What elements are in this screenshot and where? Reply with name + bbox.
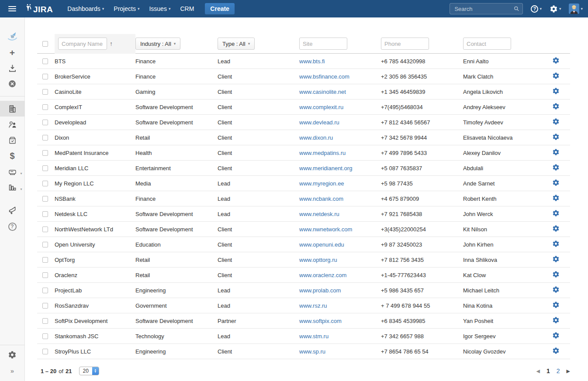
row-actions-gear-icon[interactable]	[552, 332, 560, 339]
row-actions-gear-icon[interactable]	[552, 103, 560, 110]
site-link[interactable]: www.nwnetwork.com	[299, 226, 352, 233]
site-link[interactable]: www.devlead.ru	[299, 119, 339, 126]
row-checkbox[interactable]	[42, 318, 48, 324]
row-actions-gear-icon[interactable]	[552, 240, 560, 247]
app-switcher-menu-icon[interactable]	[0, 6, 24, 11]
site-link[interactable]: www.softpix.com	[299, 318, 342, 324]
page-size-select[interactable]: 20 ▲▼	[79, 367, 99, 375]
search-input[interactable]	[453, 5, 513, 13]
sort-ascending-icon[interactable]: ↑	[110, 40, 113, 47]
sidebar-item-add[interactable]: +	[0, 45, 25, 60]
site-link[interactable]: www.openuni.edu	[299, 241, 344, 248]
site-link[interactable]: www.complexit.ru	[299, 104, 343, 110]
row-checkbox[interactable]	[42, 150, 48, 156]
row-actions-gear-icon[interactable]	[552, 347, 560, 354]
row-actions-gear-icon[interactable]	[552, 148, 560, 156]
row-checkbox[interactable]	[42, 211, 48, 217]
sidebar-expand[interactable]: »	[0, 363, 25, 378]
row-checkbox[interactable]	[42, 89, 48, 95]
nav-crm[interactable]: CRM	[180, 5, 194, 12]
site-link[interactable]: www.bts.fi	[299, 58, 325, 65]
row-checkbox[interactable]	[42, 272, 48, 278]
row-checkbox[interactable]	[42, 135, 48, 141]
site-link[interactable]: www.ncbank.com	[299, 196, 343, 202]
site-link[interactable]: www.casinolite.net	[299, 89, 346, 95]
site-link[interactable]: www.sp.ru	[299, 348, 325, 355]
contact-filter-input[interactable]	[463, 38, 511, 50]
create-button[interactable]: Create	[205, 3, 235, 14]
type-filter-dropdown[interactable]: Type : All ▾	[218, 38, 255, 50]
row-checkbox[interactable]	[42, 196, 48, 202]
sidebar-item-transactions[interactable]: $	[0, 148, 25, 164]
sidebar-item-clear[interactable]	[0, 76, 25, 92]
row-actions-gear-icon[interactable]	[552, 164, 560, 171]
site-link[interactable]: www.myregion.ee	[299, 180, 344, 187]
page-2[interactable]: 2	[557, 367, 560, 374]
row-checkbox[interactable]	[42, 242, 48, 247]
nav-issues[interactable]: Issues ▾	[149, 5, 170, 12]
row-actions-gear-icon[interactable]	[552, 301, 560, 309]
sidebar-item-reports[interactable]: ▾	[0, 179, 25, 195]
industry-filter-dropdown[interactable]: Industry : All ▾	[135, 38, 180, 50]
jira-logo[interactable]: JIRA	[24, 3, 53, 14]
sidebar-item-companies[interactable]	[0, 101, 25, 117]
quick-search[interactable]	[450, 3, 523, 14]
row-checkbox[interactable]	[42, 227, 48, 232]
row-checkbox[interactable]	[42, 333, 48, 339]
nav-projects[interactable]: Projects ▾	[114, 5, 139, 12]
row-actions-gear-icon[interactable]	[552, 271, 560, 278]
row-actions-gear-icon[interactable]	[552, 179, 560, 186]
site-link[interactable]: www.medpatins.ru	[299, 150, 346, 156]
site-link[interactable]: www.netdesk.ru	[299, 211, 339, 217]
user-profile-menu[interactable]: ▾	[569, 3, 583, 14]
row-checkbox[interactable]	[42, 165, 48, 171]
row-checkbox[interactable]	[42, 104, 48, 110]
row-checkbox[interactable]	[42, 74, 48, 79]
site-link[interactable]: www.stm.ru	[299, 333, 329, 340]
site-link[interactable]: www.dixon.ru	[299, 134, 333, 141]
company-name-header[interactable]: ↑	[55, 34, 135, 54]
site-link[interactable]: www.rsz.ru	[299, 302, 327, 309]
row-checkbox[interactable]	[42, 303, 48, 309]
sidebar-item-print[interactable]: ▾	[0, 164, 25, 179]
next-page-icon[interactable]: ▶	[567, 368, 570, 374]
row-actions-gear-icon[interactable]	[552, 209, 560, 217]
row-actions-gear-icon[interactable]	[552, 118, 560, 125]
row-actions-gear-icon[interactable]	[552, 72, 560, 79]
row-actions-gear-icon[interactable]	[552, 133, 560, 141]
company-name-filter-input[interactable]	[58, 38, 107, 50]
site-link[interactable]: www.prolab.com	[299, 287, 341, 294]
site-link[interactable]: www.bsfinance.com	[299, 73, 349, 80]
prev-page-icon[interactable]: ◀	[536, 368, 540, 374]
sidebar-item-tasks[interactable]	[0, 132, 25, 148]
sidebar-item-announcements[interactable]	[0, 203, 25, 219]
site-link[interactable]: www.opttorg.ru	[299, 257, 337, 263]
row-actions-gear-icon[interactable]	[552, 316, 560, 324]
help-menu[interactable]: ? ▾	[531, 5, 542, 13]
select-all-checkbox[interactable]	[42, 41, 48, 47]
row-actions-gear-icon[interactable]	[552, 255, 560, 263]
row-checkbox[interactable]	[42, 181, 48, 186]
site-filter-input[interactable]	[299, 38, 347, 50]
sidebar-item-import[interactable]	[0, 60, 25, 76]
sidebar-item-settings[interactable]	[0, 347, 25, 363]
nav-dashboards[interactable]: Dashboards ▾	[67, 5, 104, 12]
row-actions-gear-icon[interactable]	[552, 87, 560, 95]
row-checkbox[interactable]	[42, 257, 48, 263]
row-checkbox[interactable]	[42, 58, 48, 64]
row-actions-gear-icon[interactable]	[552, 225, 560, 232]
row-actions-gear-icon[interactable]	[552, 194, 560, 202]
sidebar-item-contacts[interactable]	[0, 117, 25, 132]
page-1[interactable]: 1	[546, 367, 550, 374]
sidebar-item-help[interactable]: ?	[0, 219, 25, 234]
row-actions-gear-icon[interactable]	[552, 286, 560, 293]
row-checkbox[interactable]	[42, 349, 48, 354]
site-link[interactable]: www.meridianent.org	[299, 165, 352, 172]
row-checkbox[interactable]	[42, 288, 48, 293]
site-link[interactable]: www.oraclenz.com	[299, 272, 346, 278]
admin-settings-menu[interactable]: ▾	[550, 5, 561, 13]
crm-logo[interactable]	[0, 29, 25, 45]
phone-filter-input[interactable]	[381, 38, 429, 50]
row-actions-gear-icon[interactable]	[552, 57, 560, 64]
row-checkbox[interactable]	[42, 120, 48, 125]
